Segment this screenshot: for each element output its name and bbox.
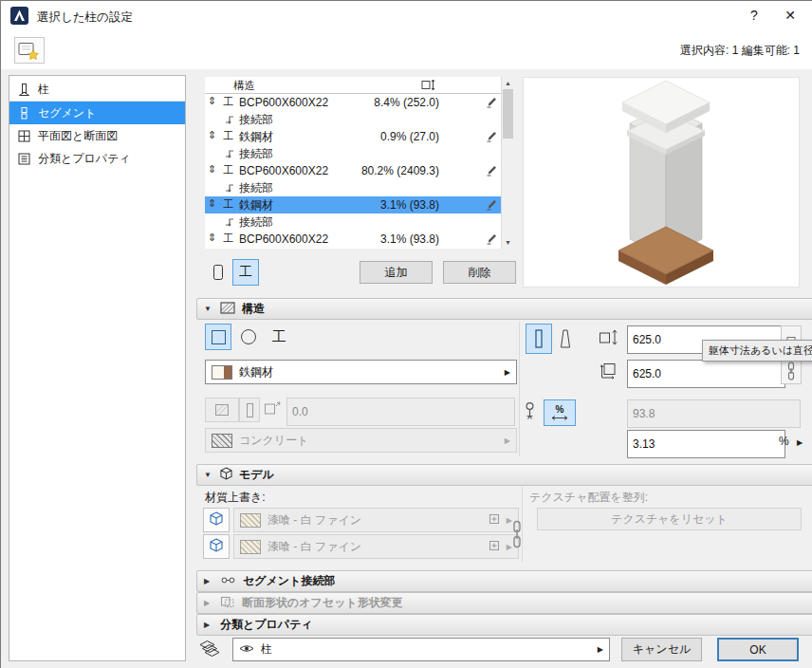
shape-square-button[interactable] <box>205 324 231 350</box>
delete-segment-button[interactable]: 削除 <box>443 261 516 284</box>
layers-icon <box>198 640 223 660</box>
add-segment-button[interactable]: 追加 <box>360 261 433 284</box>
texture-align-label: テクスチャ配置を整列: <box>529 490 648 506</box>
column-icon <box>16 83 31 97</box>
material-override-rows: 漆喰 - 白 ファイン ▶ 漆喰 - 白 ファイン ▶ <box>203 508 519 561</box>
drag-handle-icon[interactable]: ⇕ <box>208 232 216 244</box>
drag-handle-icon[interactable]: ⇕ <box>208 163 216 176</box>
shape-circle-button[interactable] <box>235 324 262 350</box>
uniform-column-button[interactable] <box>526 324 552 354</box>
drag-handle-icon[interactable]: ⇕ <box>208 129 216 141</box>
cube-icon <box>210 511 223 529</box>
shape-profile-button[interactable]: 工 <box>266 324 292 350</box>
material-override-toggle[interactable] <box>203 508 230 532</box>
veneer-thickness-field <box>286 398 515 426</box>
segment-row[interactable]: ⇕ 工 鉄鋼材 0.9% (27.0) <box>205 128 502 145</box>
chevron-right-icon: ▶ <box>505 436 510 445</box>
sidebar-item-label: セグメント <box>38 105 96 121</box>
segment-joints-panel-icon <box>220 574 236 589</box>
uniform-column-icon <box>532 328 545 349</box>
model-panel-header[interactable]: ▼ モデル <box>196 464 812 486</box>
classification-panel-header[interactable]: ▶ 分類とプロパティ <box>196 614 812 636</box>
length-dimension-icon <box>421 79 435 93</box>
properties-icon <box>16 152 31 166</box>
segment-material-dropdown[interactable]: 鉄鋼材 ▶ <box>205 360 517 384</box>
edit-profile-icon[interactable] <box>486 96 498 111</box>
edit-profile-icon[interactable] <box>486 198 498 213</box>
i-beam-icon: 工 <box>272 328 286 346</box>
joint-name: 接続部 <box>239 112 273 128</box>
profile-icon: 工 <box>223 129 233 143</box>
segment-table: 構造 ⇕ 工 BCP600X600X22 8.4% (252.0) 接続部 ⇕ … <box>205 77 514 249</box>
veneer-button <box>239 398 260 422</box>
material-override-toggle[interactable] <box>203 534 230 559</box>
segment-row[interactable]: ⇕ 工 BCP600X600X22 3.1% (93.8) <box>205 231 502 248</box>
veneer-icon <box>247 403 253 418</box>
close-button[interactable]: ✕ <box>775 5 805 26</box>
joint-row[interactable]: 接続部 <box>205 111 502 128</box>
edit-profile-icon[interactable] <box>486 232 498 248</box>
joint-row[interactable]: 接続部 <box>205 179 502 196</box>
joint-icon <box>224 114 235 128</box>
scroll-up-button[interactable]: ▲ <box>502 77 514 89</box>
sidebar-item-plan-section[interactable]: 平面図と断面図 <box>9 124 185 147</box>
tapered-column-button[interactable] <box>552 324 579 354</box>
percent-options-button[interactable]: ▶ <box>792 430 807 455</box>
plain-segment-type-button[interactable] <box>205 259 231 286</box>
divider <box>519 322 520 456</box>
edit-profile-icon[interactable] <box>486 130 498 145</box>
segment-name: BCP600X600X22 <box>239 232 328 246</box>
height-field[interactable] <box>627 360 785 388</box>
sidebar-item-column[interactable]: 柱 <box>9 78 185 102</box>
layer-dropdown[interactable]: 柱 ▶ <box>232 638 610 661</box>
edit-profile-icon[interactable] <box>486 164 498 179</box>
structure-panel-header[interactable]: ▼ 構造 <box>196 298 812 320</box>
core-material-swatch <box>212 434 232 448</box>
column-3d-preview[interactable] <box>523 77 800 288</box>
scrollbar-thumb[interactable] <box>503 89 513 139</box>
joint-name: 接続部 <box>239 146 273 162</box>
chevron-right-icon: ▶ <box>598 645 603 654</box>
link-dimensions-bottom-button[interactable] <box>781 358 802 384</box>
surface-swatch <box>240 513 261 528</box>
drag-handle-icon[interactable]: ⇕ <box>208 95 216 107</box>
help-button[interactable]: ? <box>739 5 769 26</box>
sidebar-item-label: 柱 <box>38 82 49 98</box>
profile-segment-type-button[interactable]: 工 <box>232 259 259 286</box>
segment-table-scrollbar[interactable]: ▲ ▼ <box>501 77 514 249</box>
link-materials-button[interactable] <box>508 513 526 555</box>
profile-hatch-icon <box>214 403 230 417</box>
sidebar-item-segment[interactable]: セグメント <box>9 102 185 124</box>
window-title: 選択した柱の設定 <box>37 9 133 26</box>
structure-panel-title: 構造 <box>242 301 265 317</box>
cancel-button[interactable]: キャンセル <box>621 638 702 661</box>
model-panel-icon <box>220 467 232 483</box>
segment-ratio: 3.1% (93.8) <box>380 198 439 212</box>
joint-row[interactable]: 接続部 <box>205 213 502 231</box>
scroll-down-button[interactable]: ▼ <box>502 236 514 249</box>
segment-joints-panel-header[interactable]: ▶ セグメント接続部 <box>196 570 812 592</box>
joint-name: 接続部 <box>239 180 273 196</box>
complex-profile-button <box>205 398 239 422</box>
material-override-label: 材質上書き: <box>205 490 266 506</box>
plan-section-icon <box>16 129 31 143</box>
segment-row[interactable]: ⇕ 工 BCP600X600X22 8.4% (252.0) <box>205 94 502 111</box>
sidebar: 柱 セグメント 平面図と断面図 分類とプロパティ <box>9 75 186 661</box>
segment-row[interactable]: ⇕ 工 BCP600X600X22 80.2% (2409.3) <box>205 162 502 179</box>
ok-button[interactable]: OK <box>717 638 799 661</box>
percent-mode-button[interactable]: % <box>544 399 576 426</box>
sidebar-item-classification[interactable]: 分類とプロパティ <box>9 147 185 170</box>
joint-row[interactable]: 接続部 <box>205 145 502 162</box>
favorites-button[interactable] <box>14 37 45 64</box>
joint-icon <box>224 182 235 196</box>
percent-field[interactable] <box>627 430 785 458</box>
material-override-row: 漆喰 - 白 ファイン ▶ <box>203 508 519 530</box>
core-material-dropdown: コンクリート ▶ <box>205 428 517 453</box>
drag-handle-icon[interactable]: ⇕ <box>208 197 216 210</box>
segment-row[interactable]: ⇕ 工 鉄鋼材 3.1% (93.8) <box>205 196 502 213</box>
selection-info: 選択内容: 1 編集可能: 1 <box>680 43 800 59</box>
expand-icon: ▶ <box>204 621 213 629</box>
selected-column-settings-dialog: 選択した柱の設定 ? ✕ 選択内容: 1 編集可能: 1 柱 セグメント 平面図… <box>0 0 812 668</box>
material-swatch <box>212 365 232 380</box>
pin-icon <box>524 401 536 422</box>
